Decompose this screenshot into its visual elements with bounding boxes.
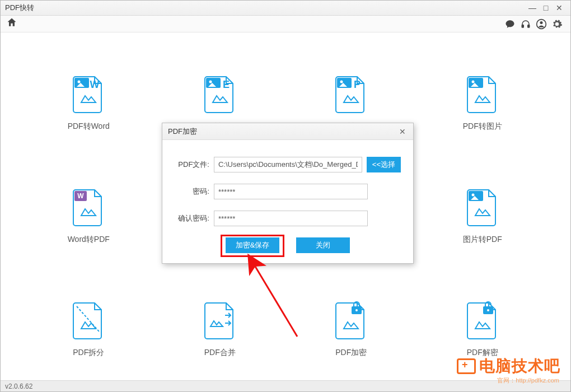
pdf-merge-icon: [203, 301, 237, 340]
svg-text:W: W: [90, 79, 100, 90]
tile-label: PDF转图片: [463, 122, 502, 132]
pdf-split-icon: [71, 301, 106, 340]
headphones-icon[interactable]: [518, 16, 533, 32]
tile-label: PDF转Word: [68, 122, 110, 132]
choose-file-button[interactable]: <<选择: [367, 157, 401, 172]
tile-label: PDF合并: [204, 348, 236, 358]
svg-text:W: W: [78, 192, 85, 200]
version-label: v2.0.6.62: [5, 382, 32, 390]
tile-image-to-pdf[interactable]: 图片转PDF: [463, 188, 502, 245]
svg-point-8: [209, 81, 212, 83]
word-to-pdf-icon: W: [71, 188, 106, 227]
svg-point-25: [355, 309, 358, 311]
pdf-lock-icon: [334, 301, 368, 340]
tile-word-to-pdf[interactable]: W Word转PDF: [68, 188, 110, 245]
tile-pdf-image[interactable]: PDF转图片: [463, 74, 502, 132]
svg-rect-1: [528, 25, 530, 27]
tile-pdf-split[interactable]: PDF拆分: [71, 301, 106, 358]
svg-point-14: [471, 81, 474, 83]
pdf-badge-icon: W: [71, 74, 106, 114]
close-button[interactable]: 关闭: [296, 237, 350, 253]
maximize-button[interactable]: □: [539, 1, 553, 15]
tile-label: Word转PDF: [68, 235, 110, 245]
confirm-password-input[interactable]: [214, 211, 368, 226]
svg-point-22: [471, 194, 474, 197]
tile-pdf-lock[interactable]: PDF加密: [334, 301, 368, 358]
svg-point-11: [340, 81, 343, 83]
home-icon[interactable]: [6, 17, 17, 31]
svg-point-3: [540, 21, 543, 24]
app-window: PDF快转 — □ ✕ W: [0, 0, 571, 392]
tile-label: PDF拆分: [73, 348, 104, 358]
user-icon[interactable]: [533, 16, 549, 32]
svg-point-27: [487, 309, 489, 311]
app-title: PDF快转: [5, 3, 34, 13]
gear-icon[interactable]: [549, 16, 565, 32]
svg-text:P: P: [354, 79, 361, 90]
password-input[interactable]: [214, 184, 368, 199]
toolbar: [1, 16, 570, 32]
minimize-button[interactable]: —: [526, 1, 539, 15]
svg-point-5: [78, 81, 81, 83]
pdf-badge-icon: E: [203, 74, 237, 114]
pdf-image-icon: [465, 74, 500, 114]
pdf-unlock-icon: [465, 301, 500, 340]
svg-rect-0: [522, 25, 523, 27]
confirm-password-label: 确认密码:: [175, 213, 214, 223]
tile-pdf-unlock[interactable]: PDF解密: [465, 301, 500, 358]
tile-label: 图片转PDF: [463, 235, 502, 245]
svg-text:E: E: [223, 79, 230, 90]
modal-titlebar: PDF加密 ✕: [162, 123, 413, 140]
modal-close-button[interactable]: ✕: [397, 127, 408, 137]
tile-pdf-badge[interactable]: W PDF转Word: [68, 74, 110, 132]
encrypt-modal: PDF加密 ✕ PDF文件: <<选择 密码: 确认密码: 加密: [162, 123, 414, 264]
password-label: 密码:: [175, 186, 214, 197]
titlebar: PDF快转 — □ ✕: [1, 1, 570, 16]
statusbar: v2.0.6.62: [1, 380, 570, 391]
encrypt-save-button[interactable]: 加密&保存: [226, 237, 279, 253]
chat-icon[interactable]: [502, 16, 518, 32]
image-to-pdf-icon: [465, 188, 500, 227]
file-path-input[interactable]: [214, 157, 362, 172]
pdf-badge-icon: P: [334, 74, 368, 114]
tile-label: PDF加密: [335, 348, 367, 358]
modal-title: PDF加密: [168, 127, 197, 137]
close-window-button[interactable]: ✕: [553, 1, 566, 15]
tile-pdf-merge[interactable]: PDF合并: [203, 301, 237, 358]
file-label: PDF文件:: [175, 160, 214, 170]
tile-label: PDF解密: [467, 348, 498, 358]
